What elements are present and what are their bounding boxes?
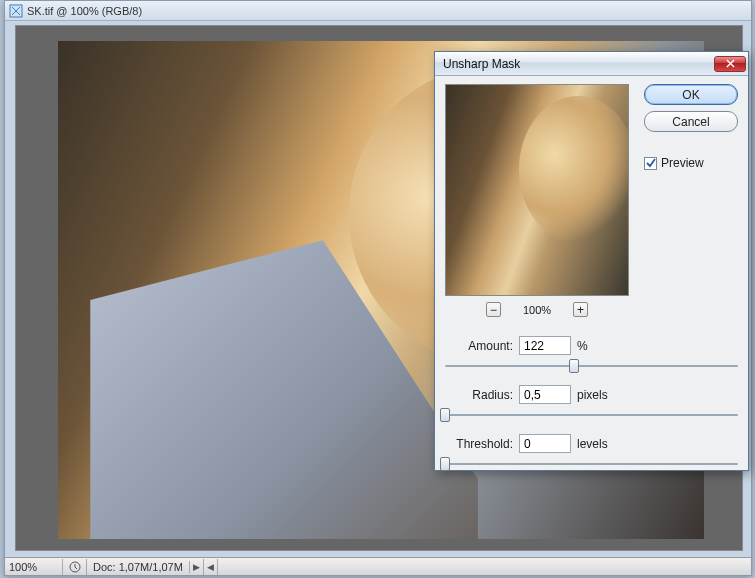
amount-slider[interactable] — [445, 357, 738, 375]
amount-slider-thumb[interactable] — [569, 359, 579, 373]
radius-row: Radius: pixels — [445, 385, 738, 404]
dialog-title: Unsharp Mask — [443, 57, 520, 71]
cancel-button[interactable]: Cancel — [644, 111, 738, 132]
dialog-body: OK Cancel Preview − 100% + Amount: % — [435, 76, 748, 470]
scroll-left-arrow[interactable]: ◀ — [204, 559, 218, 575]
status-bar: 100% Doc: 1,07M/1,07M ▶ ◀ — [5, 557, 751, 575]
radius-input[interactable] — [519, 385, 571, 404]
preview-checkbox-row[interactable]: Preview — [644, 156, 738, 170]
preview-zoom-controls: − 100% + — [445, 302, 629, 317]
document-titlebar[interactable]: SK.tif @ 100% (RGB/8) — [5, 1, 751, 21]
preview-checkbox[interactable] — [644, 157, 657, 170]
preview-thumbnail[interactable] — [445, 84, 629, 296]
slider-track — [445, 463, 738, 465]
dialog-titlebar[interactable]: Unsharp Mask — [435, 52, 748, 76]
slider-track — [445, 414, 738, 416]
threshold-input[interactable] — [519, 434, 571, 453]
threshold-label: Threshold: — [445, 437, 519, 451]
unsharp-mask-dialog: Unsharp Mask OK Cancel Preview − 100% + … — [434, 51, 749, 471]
radius-slider[interactable] — [445, 406, 738, 424]
zoom-level-input[interactable]: 100% — [5, 559, 63, 575]
amount-label: Amount: — [445, 339, 519, 353]
zoom-out-button[interactable]: − — [486, 302, 501, 317]
document-title: SK.tif @ 100% (RGB/8) — [27, 5, 142, 17]
threshold-row: Threshold: levels — [445, 434, 738, 453]
document-icon — [9, 4, 23, 18]
amount-row: Amount: % — [445, 336, 738, 355]
filter-controls: Amount: % Radius: pixels Threshold: lev — [445, 336, 738, 483]
close-button[interactable] — [714, 56, 746, 72]
slider-track — [445, 365, 738, 367]
amount-input[interactable] — [519, 336, 571, 355]
threshold-slider[interactable] — [445, 455, 738, 473]
preview-zoom-value: 100% — [523, 304, 551, 316]
threshold-unit: levels — [571, 437, 608, 451]
radius-unit: pixels — [571, 388, 608, 402]
radius-slider-thumb[interactable] — [440, 408, 450, 422]
radius-label: Radius: — [445, 388, 519, 402]
ok-button[interactable]: OK — [644, 84, 738, 105]
doc-size-info: Doc: 1,07M/1,07M — [87, 561, 190, 573]
dialog-buttons: OK Cancel Preview — [644, 84, 738, 170]
zoom-in-button[interactable]: + — [573, 302, 588, 317]
info-menu-arrow[interactable]: ▶ — [190, 559, 204, 575]
status-icon[interactable] — [63, 559, 87, 575]
threshold-slider-thumb[interactable] — [440, 457, 450, 471]
preview-checkbox-label: Preview — [661, 156, 704, 170]
amount-unit: % — [571, 339, 588, 353]
